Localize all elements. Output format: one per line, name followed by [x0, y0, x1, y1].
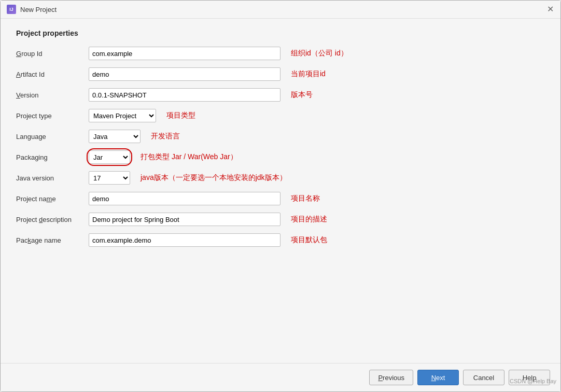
project-name-row: Project name 项目名称	[16, 192, 545, 205]
window-title: New Project	[20, 6, 57, 13]
artifact-id-row: Artifact Id 当前项目id	[16, 67, 545, 81]
version-input[interactable]	[89, 88, 280, 102]
packaging-label-text: Packaging	[16, 153, 48, 161]
group-id-annotation: 组织id（公司 id）	[291, 49, 348, 58]
java-version-label: Java version	[16, 174, 89, 182]
package-name-input[interactable]	[89, 233, 280, 247]
project-description-label: Project description	[16, 216, 89, 223]
project-type-label: Project type	[16, 112, 89, 120]
project-name-label: Project name	[16, 195, 89, 203]
language-row: Language Java Kotlin Groovy 开发语言	[16, 130, 545, 143]
language-annotation: 开发语言	[151, 132, 180, 141]
group-id-label: Group Id	[16, 50, 89, 58]
packaging-select[interactable]: Jar War	[89, 150, 130, 164]
previous-underline: P	[378, 374, 383, 382]
previous-button[interactable]: Previous	[369, 370, 413, 385]
project-name-annotation: 项目名称	[291, 194, 320, 203]
project-description-label-text: Project description	[16, 216, 72, 223]
project-type-label-text: Project type	[16, 112, 52, 120]
project-description-row: Project description 项目的描述	[16, 213, 545, 226]
content-area: Project properties Group Id 组织id（公司 id） …	[1, 19, 560, 363]
language-label-text: Language	[16, 133, 46, 141]
project-type-row: Project type Maven Project Gradle Projec…	[16, 109, 545, 122]
dialog-window: IJ New Project ✕ Project properties Grou…	[0, 0, 561, 392]
version-row: Version 版本号	[16, 88, 545, 102]
artifact-id-label-text: Artifact Id	[16, 71, 45, 78]
next-underline: N	[431, 374, 436, 382]
language-select[interactable]: Java Kotlin Groovy	[89, 130, 141, 143]
package-name-label: Package name	[16, 236, 89, 244]
packaging-row: Packaging Jar War 打包类型 Jar / War(Web Jar…	[16, 150, 545, 164]
footer: Previous Next Cancel Help	[1, 363, 560, 391]
next-label-rest: ext	[436, 374, 445, 382]
package-name-annotation: 项目默认包	[291, 235, 327, 245]
packaging-annotation: 打包类型 Jar / War(Web Jar）	[141, 152, 237, 162]
project-type-annotation: 项目类型	[166, 111, 195, 120]
artifact-id-input[interactable]	[89, 67, 280, 81]
cancel-button[interactable]: Cancel	[463, 370, 504, 385]
project-name-label-text: Project name	[16, 195, 56, 203]
group-id-row: Group Id 组织id（公司 id）	[16, 47, 545, 60]
watermark: CSDN @Help Bay	[506, 378, 560, 384]
project-description-annotation: 项目的描述	[291, 215, 327, 224]
version-annotation: 版本号	[291, 90, 313, 100]
artifact-id-annotation: 当前项目id	[291, 69, 326, 79]
project-type-select[interactable]: Maven Project Gradle Project	[89, 109, 156, 122]
app-icon-text: IJ	[9, 7, 13, 12]
title-bar-left: IJ New Project	[7, 5, 57, 14]
project-description-input[interactable]	[89, 213, 280, 226]
package-name-label-text: Package name	[16, 236, 61, 244]
section-title: Project properties	[16, 29, 545, 37]
packaging-label: Packaging	[16, 153, 89, 161]
package-name-row: Package name 项目默认包	[16, 233, 545, 247]
packaging-select-wrapper: Jar War	[89, 150, 130, 164]
version-label: Version	[16, 91, 89, 99]
title-bar: IJ New Project ✕	[1, 1, 560, 19]
group-id-input[interactable]	[89, 47, 280, 60]
java-version-annotation: java版本（一定要选一个本地安装的jdk版本）	[141, 173, 287, 183]
java-version-label-text: Java version	[16, 174, 54, 182]
next-button[interactable]: Next	[417, 370, 459, 385]
close-button[interactable]: ✕	[546, 5, 554, 13]
previous-label-rest: revious	[383, 374, 404, 382]
artifact-id-label: Artifact Id	[16, 71, 89, 78]
project-name-input[interactable]	[89, 192, 280, 205]
group-id-label-text: Group Id	[16, 50, 43, 58]
java-version-row: Java version 17 11 8 21 java版本（一定要选一个本地安…	[16, 171, 545, 185]
app-icon: IJ	[7, 5, 16, 14]
version-label-text: Version	[16, 91, 38, 99]
language-label: Language	[16, 133, 89, 141]
java-version-select[interactable]: 17 11 8 21	[89, 171, 130, 185]
